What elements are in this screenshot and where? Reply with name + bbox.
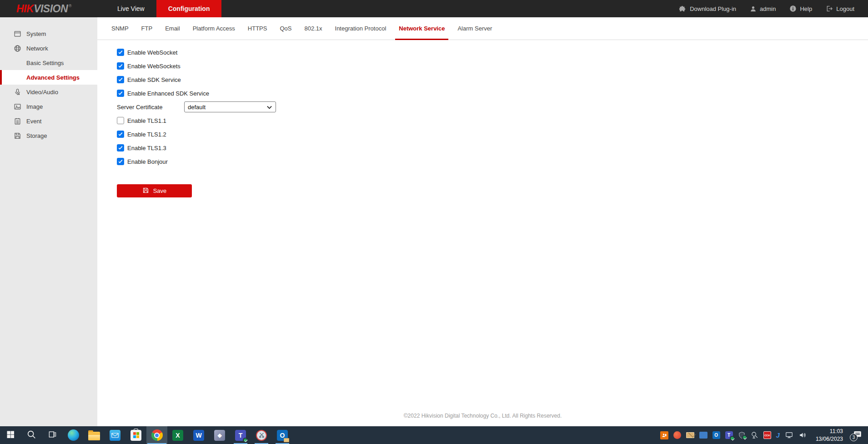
enable-enhanced-sdk-service-checkbox[interactable]	[117, 90, 124, 97]
mail-icon	[110, 430, 120, 441]
microsoft-store-button[interactable]	[125, 426, 146, 444]
sidebar-item-basic-settings[interactable]: Basic Settings	[0, 56, 97, 70]
enable-tls13-label[interactable]: Enable TLS1.3	[127, 145, 166, 151]
clock-time: 11:03	[816, 428, 843, 435]
action-center-button[interactable]: 3	[851, 429, 864, 441]
sidebar-item-system[interactable]: System	[0, 26, 97, 41]
task-view-icon	[48, 430, 57, 441]
task-view-button[interactable]	[42, 426, 63, 444]
enable-websocket-checkbox[interactable]	[117, 49, 124, 56]
enable-tls12-checkbox[interactable]	[117, 131, 124, 138]
enable-sdk-service-checkbox[interactable]	[117, 76, 124, 83]
enable-tls11-label[interactable]: Enable TLS1.1	[127, 117, 166, 124]
sidebar-item-image[interactable]: Image	[0, 99, 97, 114]
tray-volume-icon[interactable]	[798, 431, 807, 439]
sidebar-item-label: Basic Settings	[26, 60, 64, 66]
sidebar-item-label: Advanced Settings	[26, 74, 80, 81]
enable-tls12-label[interactable]: Enable TLS1.2	[127, 131, 166, 138]
start-button[interactable]	[0, 426, 21, 444]
form-row: Enable WebSocket	[117, 45, 868, 59]
copyright-footer: ©2022 Hikvision Digital Technology Co., …	[97, 413, 868, 419]
main-nav: Live View Configuration	[105, 0, 221, 17]
sidebar-item-label: Image	[26, 103, 43, 110]
tray-remote-screen-icon[interactable]	[699, 432, 707, 439]
mail-button[interactable]	[105, 426, 125, 444]
outlook-button[interactable]: O	[272, 426, 293, 444]
help-button[interactable]: Help	[789, 5, 812, 12]
enable-websockets-checkbox[interactable]	[117, 62, 124, 70]
form-row: Enable Enhanced SDK Service	[117, 86, 868, 100]
tray-blue-j-app-icon[interactable]: J	[776, 431, 780, 439]
search-button[interactable]	[21, 426, 42, 444]
tray-outlook-icon[interactable]: O	[712, 431, 720, 439]
snipping-tool-button[interactable]	[251, 426, 272, 444]
tray-security-shield-icon[interactable]	[738, 431, 746, 439]
tab-https[interactable]: HTTPS	[241, 17, 274, 40]
microphone-icon	[14, 88, 22, 96]
cube-app-button[interactable]: ◆	[209, 426, 230, 444]
enable-enhanced-sdk-service-label[interactable]: Enable Enhanced SDK Service	[127, 90, 209, 97]
server-certificate-label: Server Certificate	[117, 104, 184, 111]
enable-sdk-service-label[interactable]: Enable SDK Service	[127, 76, 181, 83]
envelope-icon	[284, 438, 289, 442]
word-button[interactable]: W	[188, 426, 209, 444]
top-actions: Download Plug-in admin Help Logout	[679, 0, 868, 17]
tab-integration-protocol[interactable]: Integration Protocol	[329, 17, 393, 40]
sidebar-item-advanced-settings[interactable]: Advanced Settings	[0, 70, 97, 85]
nav-live-view[interactable]: Live View	[105, 0, 156, 17]
user-icon	[750, 5, 757, 12]
tab-snmp[interactable]: SNMP	[105, 17, 135, 40]
tray-cch-app-icon[interactable]: CCH	[763, 431, 771, 439]
outlook-icon: O	[277, 430, 288, 441]
tray-red-circle-icon[interactable]	[673, 431, 681, 439]
search-icon	[26, 429, 36, 441]
sidebar-item-storage[interactable]: Storage	[0, 128, 97, 143]
sidebar-item-network[interactable]: Network	[0, 41, 97, 56]
picture-icon	[14, 102, 22, 111]
teams-button[interactable]: T	[230, 426, 251, 444]
windows-taskbar: X W ◆ T O O T	[0, 426, 868, 444]
enable-websockets-label[interactable]: Enable WebSockets	[127, 63, 181, 70]
server-certificate-select[interactable]: default	[184, 101, 276, 112]
content-area: SNMP FTP Email Platform Access HTTPS QoS…	[97, 17, 868, 426]
tab-ftp[interactable]: FTP	[135, 17, 159, 40]
sidebar-item-event[interactable]: Event	[0, 114, 97, 128]
enable-bonjour-label[interactable]: Enable Bonjour	[127, 158, 168, 165]
chrome-button[interactable]	[146, 426, 167, 444]
user-menu[interactable]: admin	[750, 5, 776, 12]
enable-bonjour-checkbox[interactable]	[117, 158, 124, 165]
download-plugin-button[interactable]: Download Plug-in	[679, 5, 736, 12]
notification-count-badge: 3	[850, 434, 858, 441]
tab-strip: SNMP FTP Email Platform Access HTTPS QoS…	[97, 17, 868, 40]
tab-network-service[interactable]: Network Service	[392, 17, 451, 40]
tab-email[interactable]: Email	[159, 17, 186, 40]
save-button[interactable]: Save	[117, 184, 192, 197]
tray-orange-device-icon[interactable]	[660, 431, 668, 439]
tab-platform-access[interactable]: Platform Access	[186, 17, 241, 40]
logout-button[interactable]: Logout	[826, 5, 854, 12]
sidebar-item-video-audio[interactable]: Video/Audio	[0, 85, 97, 99]
tray-teams-icon[interactable]: T	[725, 431, 733, 439]
nav-configuration[interactable]: Configuration	[156, 0, 222, 17]
server-certificate-row: Server Certificate default	[117, 100, 868, 114]
excel-button[interactable]: X	[167, 426, 188, 444]
enable-tls11-checkbox[interactable]	[117, 117, 124, 124]
enable-tls13-checkbox[interactable]	[117, 144, 124, 151]
form-row: Enable Bonjour	[117, 155, 868, 168]
download-plugin-label: Download Plug-in	[690, 5, 736, 12]
tray-satellite-icon[interactable]	[751, 431, 758, 439]
cube-app-icon: ◆	[214, 430, 225, 441]
taskbar-clock[interactable]: 11:03 13/06/2023	[816, 428, 843, 442]
tab-qos[interactable]: QoS	[273, 17, 298, 40]
tray-envelope-icon[interactable]	[686, 432, 694, 438]
edge-button[interactable]	[63, 426, 84, 444]
chrome-icon	[151, 429, 163, 441]
chevron-down-icon	[267, 104, 272, 111]
security-ok-icon	[742, 435, 747, 440]
tab-8021x[interactable]: 802.1x	[298, 17, 328, 40]
file-explorer-button[interactable]	[84, 426, 105, 444]
enable-websocket-label[interactable]: Enable WebSocket	[127, 49, 177, 56]
page: HIKVISION® Live View Configuration Downl…	[0, 0, 868, 444]
tray-display-icon[interactable]	[785, 431, 793, 439]
tab-alarm-server[interactable]: Alarm Server	[451, 17, 498, 40]
